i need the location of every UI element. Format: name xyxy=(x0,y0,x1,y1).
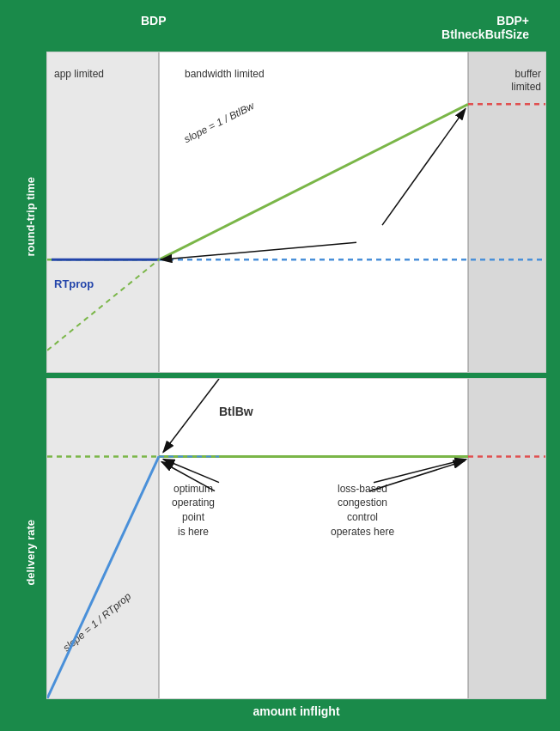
svg-line-2 xyxy=(159,104,468,259)
svg-line-7 xyxy=(47,259,159,350)
svg-line-14 xyxy=(47,456,159,698)
svg-line-21 xyxy=(374,459,466,482)
svg-line-20 xyxy=(161,461,215,490)
svg-line-23 xyxy=(163,379,219,452)
y-label-top: round-trip time xyxy=(14,52,46,382)
svg-line-22 xyxy=(369,460,465,490)
y-label-bottom: delivery rate xyxy=(14,387,46,718)
round-trip-time-label: round-trip time xyxy=(24,177,37,256)
x-axis-label: amount inflight xyxy=(46,704,546,718)
y-axis-labels: round-trip time delivery rate xyxy=(14,52,46,718)
charts-area: round-trip time delivery rate app limite… xyxy=(14,52,546,718)
diagram-wrapper: BDP BDP+BtlneckBufSize round-trip time d… xyxy=(14,14,546,718)
top-chart-svg xyxy=(47,52,545,372)
chart-top: app limited bandwidth limited bufferlimi… xyxy=(46,52,546,373)
bottom-chart-svg xyxy=(47,379,545,698)
chart-bottom: BtlBw slope = 1 / RTprop optimumoperatin… xyxy=(46,378,546,699)
bdp-label: BDP xyxy=(141,14,167,27)
top-labels: BDP BDP+BtlneckBufSize xyxy=(14,14,546,48)
charts-column: app limited bandwidth limited bufferlimi… xyxy=(46,52,546,718)
bdp-plus-label: BDP+BtlneckBufSize xyxy=(441,14,529,43)
svg-line-19 xyxy=(163,459,219,482)
delivery-rate-label: delivery rate xyxy=(24,520,37,586)
